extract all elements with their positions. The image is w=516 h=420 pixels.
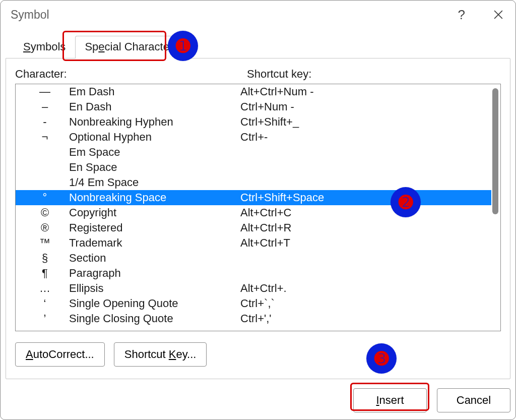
- character-glyph: °: [21, 190, 69, 205]
- character-shortcut: Alt+Ctrl+T: [240, 235, 491, 251]
- character-shortcut: Ctrl+Num -: [240, 99, 491, 114]
- list-item[interactable]: ©CopyrightAlt+Ctrl+C: [16, 205, 491, 220]
- scrollbar-thumb[interactable]: [492, 88, 498, 214]
- character-name: En Space: [69, 160, 240, 175]
- character-glyph: ¶: [21, 266, 69, 281]
- character-name: Em Dash: [69, 84, 240, 99]
- character-glyph: -: [21, 114, 69, 130]
- list-item[interactable]: –En DashCtrl+Num -: [16, 99, 491, 114]
- close-button[interactable]: [488, 5, 508, 25]
- list-item[interactable]: °Nonbreaking SpaceCtrl+Shift+Space: [16, 190, 491, 205]
- character-glyph: –: [21, 99, 69, 114]
- dialog-title: Symbol: [11, 8, 458, 22]
- character-shortcut: Ctrl+Shift+Space: [240, 190, 491, 205]
- list-item[interactable]: -Nonbreaking HyphenCtrl+Shift+_: [16, 114, 491, 130]
- close-icon: [494, 10, 503, 19]
- insert-button[interactable]: Insert: [353, 388, 427, 412]
- list-item[interactable]: 1/4 Em Space: [16, 175, 491, 190]
- character-shortcut: Ctrl+-: [240, 130, 491, 145]
- special-characters-panel: Character: Shortcut key: —Em DashAlt+Ctr…: [6, 58, 510, 379]
- lower-button-row: AutoCorrect... Shortcut Key...: [15, 342, 501, 367]
- list-item[interactable]: ‘Single Opening QuoteCtrl+`,`: [16, 296, 491, 311]
- character-glyph: ®: [21, 220, 69, 235]
- character-name: Trademark: [69, 235, 240, 251]
- list-item[interactable]: ’Single Closing QuoteCtrl+',': [16, 311, 491, 326]
- character-glyph: —: [21, 84, 69, 99]
- list-item[interactable]: Em Space: [16, 145, 491, 160]
- character-list-container: —Em DashAlt+Ctrl+Num -–En DashCtrl+Num -…: [15, 84, 501, 331]
- character-name: 1/4 Em Space: [69, 175, 240, 190]
- character-name: Paragraph: [69, 266, 240, 281]
- character-header: Character:: [15, 68, 247, 81]
- character-name: Single Opening Quote: [69, 296, 240, 311]
- character-list[interactable]: —Em DashAlt+Ctrl+Num -–En DashCtrl+Num -…: [16, 84, 491, 331]
- character-shortcut: Ctrl+`,`: [240, 296, 491, 311]
- character-name: Ellipsis: [69, 281, 240, 296]
- character-shortcut: Alt+Ctrl+Num -: [240, 84, 491, 99]
- character-glyph: ‘: [21, 296, 69, 311]
- list-item[interactable]: §Section: [16, 251, 491, 266]
- list-item[interactable]: ¶Paragraph: [16, 266, 491, 281]
- character-name: Registered: [69, 220, 240, 235]
- character-name: Copyright: [69, 205, 240, 220]
- character-glyph: ©: [21, 205, 69, 220]
- tab-special-characters[interactable]: Special Characters: [75, 36, 188, 58]
- shortcut-key-button[interactable]: Shortcut Key...: [114, 342, 207, 367]
- tab-symbols[interactable]: Symbols: [14, 36, 75, 58]
- list-item[interactable]: …EllipsisAlt+Ctrl+.: [16, 281, 491, 296]
- character-glyph: §: [21, 251, 69, 266]
- character-name: Em Space: [69, 145, 240, 160]
- column-headers: Character: Shortcut key:: [15, 68, 501, 81]
- character-shortcut: Ctrl+',': [240, 311, 491, 326]
- shortcut-key-header: Shortcut key:: [247, 68, 501, 81]
- autocorrect-button[interactable]: AutoCorrect...: [15, 342, 105, 367]
- dialog-footer: Insert Cancel: [1, 384, 515, 419]
- character-glyph: ¬: [21, 130, 69, 145]
- list-item[interactable]: ¬Optional HyphenCtrl+-: [16, 130, 491, 145]
- list-item[interactable]: En Space: [16, 160, 491, 175]
- character-name: En Dash: [69, 99, 240, 114]
- scrollbar[interactable]: [491, 84, 500, 331]
- character-glyph: ’: [21, 311, 69, 326]
- character-name: Single Closing Quote: [69, 311, 240, 326]
- character-shortcut: Alt+Ctrl+R: [240, 220, 491, 235]
- help-button[interactable]: ?: [458, 7, 465, 23]
- character-name: Optional Hyphen: [69, 130, 240, 145]
- list-item[interactable]: —Em DashAlt+Ctrl+Num -: [16, 84, 491, 99]
- titlebar: Symbol ?: [1, 1, 515, 29]
- character-shortcut: Alt+Ctrl+C: [240, 205, 491, 220]
- character-shortcut: Ctrl+Shift+_: [240, 114, 491, 130]
- tab-strip: Symbols Special Characters: [6, 29, 510, 58]
- symbol-dialog: Symbol ? Symbols Special Characters Char…: [0, 0, 516, 420]
- character-name: Nonbreaking Hyphen: [69, 114, 240, 130]
- character-name: Nonbreaking Space: [69, 190, 240, 205]
- character-shortcut: Alt+Ctrl+.: [240, 281, 491, 296]
- list-item[interactable]: ®RegisteredAlt+Ctrl+R: [16, 220, 491, 235]
- character-glyph: …: [21, 281, 69, 296]
- list-item[interactable]: ™TrademarkAlt+Ctrl+T: [16, 235, 491, 251]
- dialog-content: Symbols Special Characters Character: Sh…: [1, 29, 515, 384]
- character-name: Section: [69, 251, 240, 266]
- character-glyph: ™: [21, 235, 69, 251]
- cancel-button[interactable]: Cancel: [437, 388, 510, 412]
